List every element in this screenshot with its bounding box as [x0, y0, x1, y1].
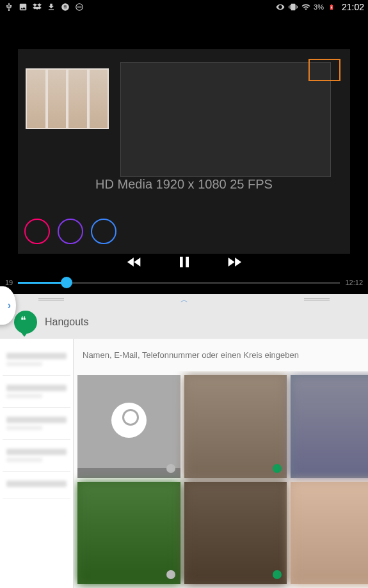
contact-tile[interactable]	[184, 375, 287, 478]
contact-grid	[74, 371, 368, 588]
android-status-bar: 3% 21:02	[0, 0, 368, 14]
seek-track[interactable]	[18, 282, 340, 284]
no-entry-icon	[74, 2, 84, 12]
usb-icon	[4, 2, 14, 12]
video-progress[interactable]: 19 12:12	[0, 276, 368, 289]
list-item[interactable]	[3, 376, 70, 408]
list-item[interactable]	[3, 344, 70, 376]
contacts-sidebar[interactable]	[0, 339, 74, 588]
contact-search-input[interactable]	[74, 339, 368, 371]
elapsed-time: 19	[5, 279, 13, 286]
presence-dot-offline	[166, 570, 175, 579]
contact-tile[interactable]	[77, 482, 180, 585]
dropbox-icon	[32, 2, 42, 12]
pause-button[interactable]	[175, 253, 193, 275]
status-right-icons: 3% 21:02	[275, 2, 364, 12]
video-thumbnail-preview	[308, 59, 340, 81]
eye-icon	[275, 2, 285, 12]
video-thumbnail-colorwheels	[24, 219, 116, 244]
presence-dot-online	[273, 570, 282, 579]
presence-dot-online	[273, 464, 282, 473]
rewind-button[interactable]	[125, 253, 143, 275]
gallery-icon	[18, 2, 28, 12]
video-player[interactable]: HD Media 1920 x 1080 25 FPS 19 12:12	[0, 14, 368, 294]
chevron-right-icon: ›	[8, 300, 11, 311]
drag-handle-left[interactable]	[38, 298, 64, 302]
contacts-main	[74, 339, 368, 588]
hangouts-body	[0, 339, 368, 588]
wifi-icon	[301, 2, 311, 12]
list-item[interactable]	[3, 408, 70, 440]
contact-tile[interactable]	[291, 375, 368, 478]
video-thumbnail-panel	[120, 62, 331, 177]
contact-tile[interactable]	[184, 482, 287, 585]
hangouts-title: Hangouts	[45, 316, 89, 328]
presence-dot-offline	[166, 464, 175, 473]
drag-handle-right[interactable]	[304, 298, 330, 302]
list-item[interactable]	[3, 440, 70, 472]
video-frame: HD Media 1920 x 1080 25 FPS	[18, 49, 350, 254]
list-item[interactable]	[3, 472, 70, 499]
download-icon	[46, 2, 56, 12]
split-divider[interactable]: ︿	[0, 294, 368, 306]
contact-tile[interactable]	[291, 482, 368, 585]
battery-percent: 3%	[314, 3, 324, 11]
status-left-icons	[4, 2, 84, 12]
avatar-placeholder-icon	[111, 403, 147, 438]
spotify-icon	[60, 2, 70, 12]
status-time: 21:02	[342, 2, 364, 12]
contact-tile[interactable]	[77, 375, 180, 478]
vibrate-icon	[288, 2, 298, 12]
forward-button[interactable]	[225, 253, 243, 275]
chevron-up-icon[interactable]: ︿	[180, 295, 188, 306]
seek-thumb[interactable]	[61, 277, 72, 288]
video-thumbnail-models	[26, 68, 109, 129]
playback-controls	[0, 253, 368, 275]
battery-charging-icon	[326, 2, 337, 12]
hangouts-header: Hangouts	[0, 306, 368, 339]
hangouts-icon[interactable]	[14, 311, 37, 334]
video-title-overlay: HD Media 1920 x 1080 25 FPS	[95, 177, 273, 192]
total-time: 12:12	[345, 279, 363, 286]
